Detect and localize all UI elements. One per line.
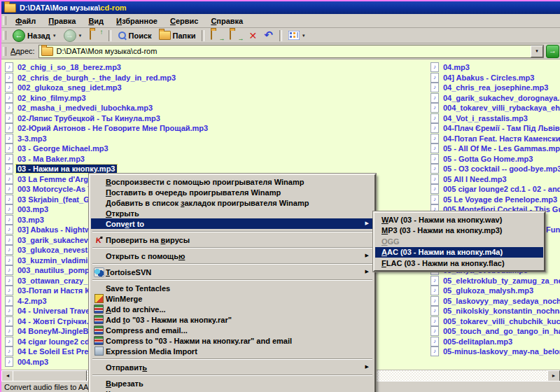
- file-item[interactable]: 03 - Ma Baker.mp3: [3, 154, 426, 164]
- address-dropdown-button[interactable]: ▼: [531, 46, 543, 57]
- context-menu-item-copy[interactable]: Копировать: [91, 388, 374, 392]
- file-item[interactable]: 04_garik_sukachev_dorognaya.m: [428, 93, 560, 104]
- file-item[interactable]: 04-Потап Feat. Настя Каменских: [428, 134, 560, 144]
- scroll-right-button[interactable]: ►: [547, 370, 560, 382]
- undo-button[interactable]: ↶: [260, 29, 276, 41]
- file-item[interactable]: 02_masha_i_medvedi_lubochka.mp3: [3, 103, 426, 113]
- file-item[interactable]: 05 Le Voyage de Penelope.mp3: [428, 195, 560, 205]
- file-item[interactable]: 004_tokarev_villi_rybackaya_eh_: [428, 103, 560, 113]
- delete-button[interactable]: ✕: [245, 30, 260, 41]
- context-menu-item-virus-scan[interactable]: KПроверить на вирусы: [91, 234, 374, 245]
- file-item[interactable]: 04] Abakus - Circles.mp3: [428, 73, 560, 83]
- back-button[interactable]: ← Назад ▼: [9, 29, 60, 43]
- audio-file-icon: [430, 337, 439, 346]
- chevron-down-icon: ▼: [302, 34, 306, 38]
- submenu-item-ogg[interactable]: OGG: [375, 236, 543, 247]
- submenu-item-wav[interactable]: WAV (03 - Нажми на кнопку.wav): [375, 214, 543, 225]
- file-item[interactable]: 3-3.mp3: [3, 134, 426, 144]
- context-menu-item-bookmark-winamp[interactable]: Добавить в список закладок проигрывателя…: [91, 197, 374, 208]
- folder-icon: [4, 4, 16, 13]
- chevron-down-icon: ▼: [78, 34, 83, 38]
- context-menu-item-expression-media-import[interactable]: Expression Media Import: [91, 346, 374, 356]
- file-item[interactable]: 005_tokarev_villi_chubchik_kuche: [428, 316, 560, 327]
- winrar-icon: [94, 326, 104, 335]
- file-item[interactable]: 005 cigar lounge2 cd.1 - 02 - and: [428, 184, 560, 195]
- file-item[interactable]: 05 All I Need.mp3: [428, 174, 560, 185]
- submenu-item-aac[interactable]: AAC (03 - Нажми на кнопку.m4a): [375, 247, 543, 258]
- title-bar[interactable]: D:\DATA\Моя музыка\cd-rom: [1, 1, 560, 14]
- context-menu-item-cut[interactable]: Вырезать: [91, 378, 374, 388]
- file-item[interactable]: 05-minus-laskovy_may-na_belom: [428, 346, 560, 357]
- file-item[interactable]: 05_elektroklub_ty_zamug_za_ne: [428, 276, 560, 286]
- menu-file[interactable]: Файл: [9, 15, 42, 27]
- file-item[interactable]: 03 - Нажми на кнопку.mp3: [3, 164, 426, 174]
- toolbar-gripper[interactable]: [3, 47, 6, 56]
- menu-tools[interactable]: Сервис: [164, 15, 204, 27]
- menu-view[interactable]: Вид: [82, 15, 110, 27]
- file-item[interactable]: 005-delitaplan.mp3: [428, 337, 560, 347]
- file-name: 03 Skrjabin_(feat_G: [16, 195, 91, 204]
- context-menu-item-tortoisesvn[interactable]: TortoiseSVN▶: [91, 267, 374, 277]
- context-menu-item-open[interactable]: Открыть: [91, 208, 374, 218]
- scrollbar-thumb[interactable]: [13, 370, 87, 382]
- file-item[interactable]: 05_glukoza_malysh.mp3: [428, 286, 560, 296]
- file-item[interactable]: 05 - O3 cocktail -- good-bye.mp3: [428, 164, 560, 174]
- file-item[interactable]: 02_chig_i_so_18_berez.mp3: [3, 62, 426, 73]
- file-item[interactable]: 02_kino_filmy.mp3: [3, 93, 426, 104]
- menu-edit[interactable]: Правка: [42, 15, 82, 27]
- context-menu-item-send-to[interactable]: Отправить▶: [91, 362, 374, 372]
- submenu-arrow-icon: ▶: [365, 269, 369, 274]
- file-item[interactable]: 002_glukoza_sneg_idet.mp3: [3, 83, 426, 93]
- menu-favorites[interactable]: Избранное: [110, 15, 164, 27]
- up-button[interactable]: ↑: [86, 30, 106, 41]
- file-item[interactable]: 04_chris_rea_josephine.mp3: [428, 83, 560, 93]
- file-item[interactable]: 05 - All Of Me - Les Gammas.mp3: [428, 144, 560, 154]
- address-value: D:\DATA\Моя музыка\cd-rom: [57, 47, 158, 55]
- audio-file-icon: [5, 346, 13, 356]
- file-name: 04] Abakus - Circles.mp3: [442, 74, 536, 82]
- move-to-button[interactable]: →: [207, 30, 226, 41]
- context-menu-item-compress-email[interactable]: Compress and email...: [91, 325, 374, 335]
- folders-button[interactable]: Папки: [155, 30, 200, 41]
- file-item[interactable]: 05_laskovyy_may_sedaya_noch.: [428, 296, 560, 307]
- forward-button[interactable]: → ▼: [60, 29, 86, 43]
- file-item[interactable]: 005_touch_and_go_tango_in_ha: [428, 326, 560, 337]
- file-item[interactable]: 02-Ляпис Трубецкой - Ты Кинула.mp3: [3, 113, 426, 124]
- context-menu-item-convert-to[interactable]: Convert to▶: [91, 218, 374, 229]
- submenu-item-flac[interactable]: FLAC (03 - Нажми на кнопку.flac): [375, 258, 543, 269]
- views-button[interactable]: ▼: [285, 30, 309, 41]
- file-item[interactable]: 05 - Gotta Go Home.mp3: [428, 154, 560, 164]
- submenu-item-mp3[interactable]: MP3 (03 - Нажми на кнопку.mp3): [375, 225, 543, 237]
- file-item[interactable]: 04.mp3: [428, 62, 560, 73]
- file-name: 02_kino_filmy.mp3: [16, 94, 88, 102]
- audio-file-icon: [5, 316, 13, 326]
- file-item[interactable]: 04-Плач Єремії - Там Під Львівсь: [428, 123, 560, 134]
- search-button[interactable]: Поиск: [114, 30, 155, 41]
- context-menu-item-add-to-rar[interactable]: Add to "03 - Нажми на кнопку.rar": [91, 314, 374, 325]
- winrar-icon: [94, 304, 104, 314]
- context-menu-item-open-with[interactable]: Открыть с помощью▶: [91, 251, 374, 261]
- explorer-window: D:\DATA\Моя музыка\cd-rom Файл Правка Ви…: [0, 0, 560, 392]
- context-menu-item-play-winamp[interactable]: Воспроизвести с помощью проигрывателя Wi…: [91, 176, 374, 187]
- folders-icon: [159, 31, 171, 40]
- context-menu-item-compress-rar-email[interactable]: Compress to "03 - Нажми на кнопку.rar" a…: [91, 335, 374, 346]
- address-input[interactable]: D:\DATA\Моя музыка\cd-rom ▼: [38, 45, 544, 58]
- context-menu-item-winmerge[interactable]: WinMerge: [91, 293, 374, 304]
- file-item[interactable]: 02-Юрий Антонов - Не Говорите Мне Прощай…: [3, 123, 426, 134]
- context-menu-item-enqueue-winamp[interactable]: Поставить в очередь проигрывателя Winamp: [91, 187, 374, 197]
- audio-file-icon: [430, 144, 439, 153]
- copy-to-button[interactable]: →: [226, 30, 245, 41]
- go-button[interactable]: →: [546, 45, 559, 58]
- file-item[interactable]: 03 - George Michael.mp3: [3, 144, 426, 154]
- toolbar-gripper[interactable]: [3, 31, 6, 40]
- menu-help[interactable]: Справка: [204, 15, 249, 27]
- file-item[interactable]: 02_chris_de_burgh_-_the_lady_in_red.mp3: [3, 73, 426, 83]
- audio-file-icon: [5, 134, 13, 144]
- file-item[interactable]: 05_nikolskiy_konstantin_nochna: [428, 306, 560, 316]
- file-item[interactable]: 04_Vot_i_rasstalis.mp3: [428, 113, 560, 124]
- context-menu-item-save-to-tentacles[interactable]: Save to Tentacles: [91, 283, 374, 293]
- audio-file-icon: [430, 62, 439, 72]
- audio-file-icon: [5, 265, 13, 275]
- context-menu-item-add-to-archive[interactable]: Add to archive...: [91, 304, 374, 314]
- toolbar-gripper[interactable]: [3, 16, 6, 25]
